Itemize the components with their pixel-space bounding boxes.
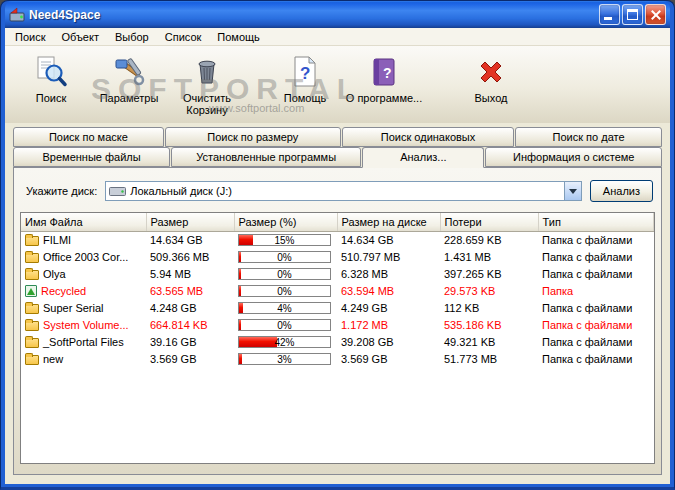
maximize-button[interactable] bbox=[622, 4, 643, 25]
percent-cell: 0% bbox=[234, 265, 337, 282]
minimize-button[interactable] bbox=[599, 4, 620, 25]
menu-spisok[interactable]: Список bbox=[157, 29, 210, 45]
about-button[interactable]: ? О программе... bbox=[337, 52, 431, 107]
percent-label: 4% bbox=[239, 303, 330, 314]
column-header-size[interactable]: Размер bbox=[146, 213, 234, 231]
percent-label: 0% bbox=[239, 320, 330, 331]
tab-control: Поиск по маске Поиск по размеру Поиск од… bbox=[5, 123, 670, 167]
table-row[interactable]: new3.569 GB3%3.569 GB51.773 MBПапка с фа… bbox=[21, 350, 654, 367]
folder-icon bbox=[25, 270, 39, 280]
menu-obyekt[interactable]: Объект bbox=[53, 29, 106, 45]
folder-icon bbox=[25, 253, 39, 263]
percent-bar: 42% bbox=[238, 336, 331, 348]
tab-poisk-odinakovyh[interactable]: Поиск одинаковых bbox=[342, 127, 514, 147]
table-header-row: Имя Файла Размер Размер (%) Размер на ди… bbox=[21, 213, 654, 231]
tab-vremennye-fajly[interactable]: Временные файлы bbox=[13, 147, 170, 167]
percent-bar: 0% bbox=[238, 251, 331, 263]
percent-cell: 42% bbox=[234, 333, 337, 350]
type-cell: Папка bbox=[538, 282, 654, 299]
menu-poisk[interactable]: Поиск bbox=[7, 29, 53, 45]
loss-cell: 228.659 KB bbox=[440, 231, 538, 248]
table-row[interactable]: _SoftPortal Files39.16 GB42%39.208 GB49.… bbox=[21, 333, 654, 350]
percent-bar: 15% bbox=[238, 234, 331, 246]
percent-cell: 0% bbox=[234, 316, 337, 333]
table-row[interactable]: Super Serial4.248 GB4%4.249 GB112 KBПапк… bbox=[21, 299, 654, 316]
table-row[interactable]: FILMI14.634 GB15%14.634 GB228.659 KBПапк… bbox=[21, 231, 654, 248]
results-table: Имя Файла Размер Размер (%) Размер на ди… bbox=[20, 212, 655, 464]
trash-icon bbox=[190, 55, 224, 89]
about-button-label: О программе... bbox=[346, 92, 422, 104]
tab-ustanovlennye-programmy[interactable]: Установленные программы bbox=[171, 147, 361, 167]
tab-row-2: Временные файлы Установленные программы … bbox=[13, 147, 662, 167]
disk-size-cell: 4.249 GB bbox=[337, 299, 440, 316]
percent-label: 42% bbox=[239, 337, 330, 348]
tab-poisk-po-razmeru[interactable]: Поиск по размеру bbox=[165, 127, 341, 147]
tab-analiz[interactable]: Анализ... bbox=[362, 147, 484, 168]
column-header-disk-size[interactable]: Размер на диске bbox=[337, 213, 440, 231]
folder-icon bbox=[25, 355, 39, 365]
title-bar[interactable]: Need4Space bbox=[5, 1, 670, 28]
about-icon: ? bbox=[367, 55, 401, 89]
tab-poisk-po-maske[interactable]: Поиск по маске bbox=[13, 127, 164, 147]
table-row[interactable]: Recycled63.565 MB0%63.594 MB29.573 KBПап… bbox=[21, 282, 654, 299]
loss-cell: 29.573 KB bbox=[440, 282, 538, 299]
recycle-bin-icon bbox=[25, 285, 37, 297]
settings-button[interactable]: Параметры bbox=[87, 52, 171, 107]
exit-button[interactable]: Выход bbox=[459, 52, 523, 107]
disk-size-cell: 39.208 GB bbox=[337, 333, 440, 350]
menu-pomosch[interactable]: Помощь bbox=[209, 29, 268, 45]
toolbar: Поиск Параметры Очист bbox=[5, 46, 670, 123]
column-header-name[interactable]: Имя Файла bbox=[21, 213, 146, 231]
file-name-cell: FILMI bbox=[21, 231, 146, 248]
analyze-button[interactable]: Анализ bbox=[590, 180, 653, 202]
empty-recycle-button[interactable]: Очистить Корзину bbox=[171, 52, 243, 119]
percent-cell: 3% bbox=[234, 350, 337, 367]
percent-label: 0% bbox=[239, 286, 330, 297]
size-cell: 63.565 MB bbox=[146, 282, 234, 299]
size-cell: 664.814 KB bbox=[146, 316, 234, 333]
percent-cell: 4% bbox=[234, 299, 337, 316]
percent-label: 15% bbox=[239, 235, 330, 246]
disk-selector-row: Укажите диск: Локальный диск (J:) Анализ bbox=[26, 180, 653, 202]
settings-button-label: Параметры bbox=[100, 92, 159, 104]
combo-dropdown-button[interactable] bbox=[564, 182, 581, 200]
disk-size-cell: 6.328 MB bbox=[337, 265, 440, 282]
size-cell: 39.16 GB bbox=[146, 333, 234, 350]
minimize-icon bbox=[604, 17, 612, 20]
help-button[interactable]: ? Помощь bbox=[273, 52, 337, 107]
table-row[interactable]: Olya5.94 MB0%6.328 MB397.265 KBПапка с ф… bbox=[21, 265, 654, 282]
column-header-loss[interactable]: Потери bbox=[440, 213, 538, 231]
file-name-cell: new bbox=[21, 350, 146, 367]
percent-bar: 0% bbox=[238, 285, 331, 297]
column-header-type[interactable]: Тип bbox=[538, 213, 654, 231]
type-cell: Папка с файлами bbox=[538, 316, 654, 333]
type-cell: Папка с файлами bbox=[538, 350, 654, 367]
close-button[interactable] bbox=[645, 4, 666, 25]
tab-poisk-po-date[interactable]: Поиск по дате bbox=[515, 127, 662, 147]
menu-bar: Поиск Объект Выбор Список Помощь bbox=[5, 28, 670, 46]
size-cell: 14.634 GB bbox=[146, 231, 234, 248]
exit-button-label: Выход bbox=[475, 92, 508, 104]
file-name: System Volume... bbox=[43, 319, 129, 331]
file-name-cell: Olya bbox=[21, 265, 146, 282]
percent-bar: 0% bbox=[238, 319, 331, 331]
table-row[interactable]: System Volume...664.814 KB0%1.172 MB535.… bbox=[21, 316, 654, 333]
menu-vybor[interactable]: Выбор bbox=[107, 29, 157, 45]
file-name-cell: _SoftPortal Files bbox=[21, 333, 146, 350]
settings-icon bbox=[112, 55, 146, 89]
table-row[interactable]: Office 2003 Cor...509.366 MB0%510.797 MB… bbox=[21, 248, 654, 265]
percent-label: 0% bbox=[239, 269, 330, 280]
tab-informaciya-o-sisteme[interactable]: Информация о системе bbox=[485, 147, 662, 167]
tab-row-1: Поиск по маске Поиск по размеру Поиск од… bbox=[13, 127, 662, 147]
search-button[interactable]: Поиск bbox=[15, 52, 87, 107]
column-header-percent[interactable]: Размер (%) bbox=[234, 213, 337, 231]
disk-label: Укажите диск: bbox=[26, 185, 97, 197]
svg-text:?: ? bbox=[300, 64, 310, 83]
type-cell: Папка с файлами bbox=[538, 265, 654, 282]
type-cell: Папка с файлами bbox=[538, 333, 654, 350]
svg-text:?: ? bbox=[383, 65, 392, 81]
app-window: Need4Space Поиск Объект Выбор Список Пом… bbox=[0, 0, 675, 490]
disk-combobox[interactable]: Локальный диск (J:) bbox=[105, 181, 582, 201]
disk-selected-value: Локальный диск (J:) bbox=[130, 185, 564, 197]
percent-cell: 0% bbox=[234, 282, 337, 299]
